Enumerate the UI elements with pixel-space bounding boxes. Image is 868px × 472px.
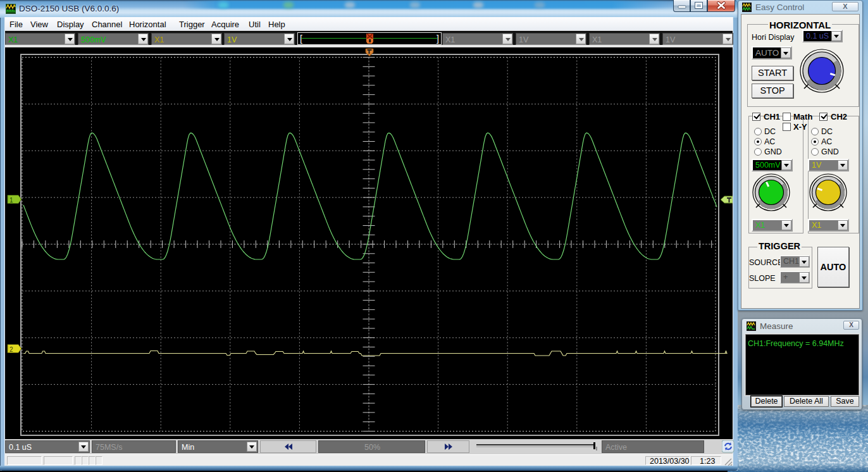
svg-text:2: 2 bbox=[9, 346, 13, 353]
svg-text:1: 1 bbox=[9, 197, 13, 204]
